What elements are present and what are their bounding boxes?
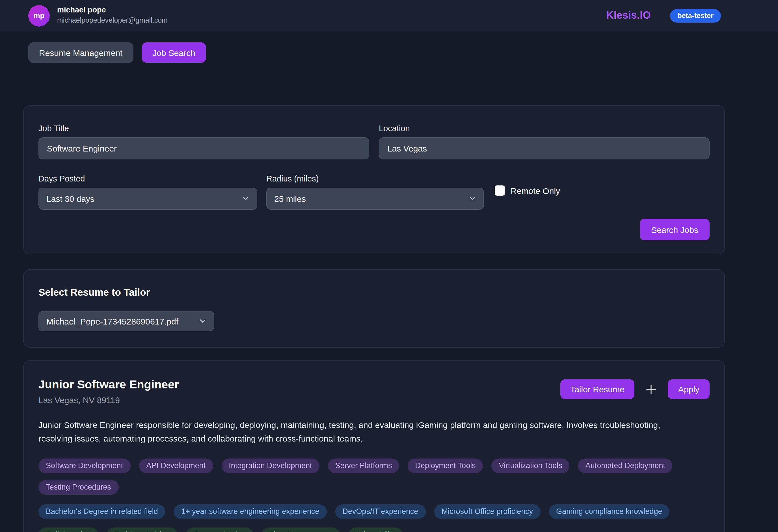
chevron-down-icon [469, 194, 476, 204]
radius-label: Radius (miles) [266, 174, 484, 183]
skill-tags: Software DevelopmentAPI DevelopmentInteg… [38, 458, 710, 495]
tag: Collaboration [38, 527, 98, 532]
tag: Communication [186, 527, 253, 532]
job-listing-card: Junior Software Engineer Las Vegas, NV 8… [23, 360, 725, 532]
tag: Testing Procedures [38, 480, 119, 495]
avatar-initials: mp [33, 11, 45, 20]
resume-select-value: Michael_Pope-1734528690617.pdf [46, 316, 178, 326]
tag: Adaptability [348, 527, 403, 532]
days-posted-label: Days Posted [38, 174, 257, 183]
apply-button[interactable]: Apply [668, 379, 710, 399]
search-jobs-button[interactable]: Search Jobs [640, 219, 710, 240]
header: mp michael pope michaelpopedeveloper@gma… [0, 0, 778, 31]
plus-icon[interactable] [645, 383, 658, 396]
tag: DevOps/IT experience [335, 504, 425, 519]
location-input[interactable] [379, 137, 710, 159]
remote-only-group: Remote Only [495, 185, 560, 196]
job-location: Las Vegas, NV 89119 [38, 395, 179, 404]
resume-select-title: Select Resume to Tailor [38, 287, 710, 299]
job-title-input[interactable] [38, 137, 369, 159]
chevron-down-icon [199, 316, 206, 326]
tag: Gaming compliance knowledge [549, 504, 670, 519]
tab-resume-management[interactable]: Resume Management [28, 43, 133, 63]
tab-job-search[interactable]: Job Search [142, 43, 206, 63]
tag: Microsoft Office proficiency [434, 504, 541, 519]
avatar[interactable]: mp [28, 5, 50, 26]
days-posted-field: Days Posted Last 30 days [38, 174, 257, 210]
resume-select[interactable]: Michael_Pope-1734528690617.pdf [38, 311, 214, 331]
app: mp michael pope michaelpopedeveloper@gma… [0, 0, 778, 532]
beta-tester-badge: beta-tester [670, 9, 721, 22]
job-description: Junior Software Engineer responsible for… [38, 418, 672, 446]
job-title-block: Junior Software Engineer Las Vegas, NV 8… [38, 378, 179, 404]
radius-select[interactable]: 25 miles [266, 188, 484, 210]
search-form-row-1: Job Title Location [38, 124, 710, 159]
tag: 1+ year software engineering experience [174, 504, 327, 519]
resume-select-card: Select Resume to Tailor Michael_Pope-173… [23, 269, 725, 348]
tag: Time Management [262, 527, 340, 532]
tag: Integration Development [221, 458, 319, 473]
chevron-down-icon [242, 194, 249, 204]
tailor-resume-button[interactable]: Tailor Resume [560, 379, 635, 399]
job-title-label: Job Title [38, 124, 369, 133]
tab-bar: Resume Management Job Search [28, 43, 778, 63]
job-title: Junior Software Engineer [38, 378, 179, 391]
location-field: Location [379, 124, 710, 159]
user-name: michael pope [57, 6, 168, 15]
job-search-form-card: Job Title Location Days Posted Last 30 d… [23, 105, 725, 254]
days-posted-value: Last 30 days [46, 194, 94, 204]
soft-skill-tags: CollaborationProblem-SolvingCommunicatio… [38, 527, 710, 532]
user-email: michaelpopedeveloper@gmail.com [57, 16, 168, 25]
search-form-row-2: Days Posted Last 30 days Radius (miles) … [38, 174, 710, 210]
user-info: mp michael pope michaelpopedeveloper@gma… [28, 5, 168, 26]
tag: API Development [139, 458, 213, 473]
tag: Software Development [38, 458, 130, 473]
days-posted-select[interactable]: Last 30 days [38, 188, 257, 210]
brand-logo[interactable]: Klesis.IO [606, 10, 651, 21]
job-header: Junior Software Engineer Las Vegas, NV 8… [38, 378, 710, 404]
radius-field: Radius (miles) 25 miles [266, 174, 484, 210]
tag: Virtualization Tools [492, 458, 570, 473]
remote-only-label: Remote Only [511, 186, 560, 195]
radius-value: 25 miles [274, 194, 306, 204]
header-right: Klesis.IO beta-tester [606, 9, 721, 22]
location-label: Location [379, 124, 710, 133]
tag: Problem-Solving [106, 527, 177, 532]
job-title-field: Job Title [38, 124, 369, 159]
remote-only-checkbox[interactable] [495, 185, 505, 196]
search-actions: Search Jobs [38, 219, 710, 240]
tag: Deployment Tools [408, 458, 483, 473]
tag: Bachelor's Degree in related field [38, 504, 165, 519]
job-actions: Tailor Resume Apply [560, 379, 710, 399]
requirement-tags: Bachelor's Degree in related field1+ yea… [38, 504, 710, 519]
user-text: michael pope michaelpopedeveloper@gmail.… [57, 6, 168, 25]
tag: Automated Deployment [578, 458, 673, 473]
tag: Server Platforms [328, 458, 399, 473]
